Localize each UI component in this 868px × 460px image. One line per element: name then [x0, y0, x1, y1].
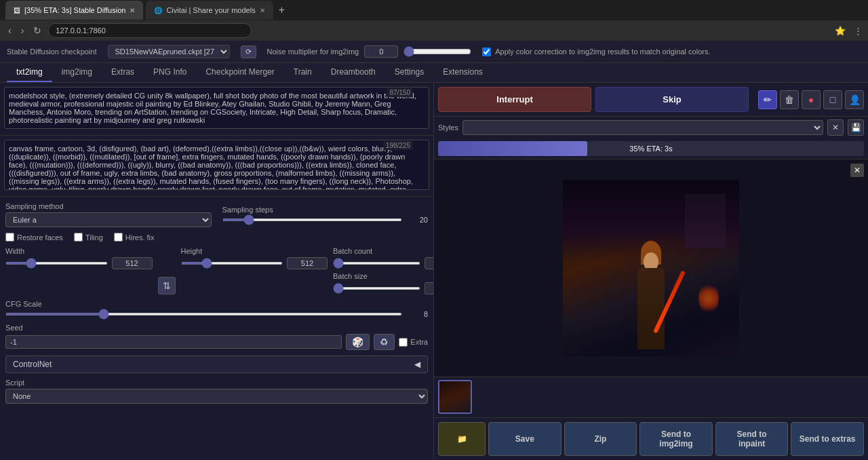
send-to-inpaint-btn[interactable]: Send toinpaint: [715, 422, 789, 456]
send-to-img2img-btn[interactable]: Send toimg2img: [639, 422, 713, 456]
sampling-method-section: Sampling method Euler a: [5, 202, 212, 227]
checkpoint-refresh-btn[interactable]: ⟳: [241, 45, 256, 58]
sampling-steps-slider[interactable]: [222, 218, 403, 221]
styles-add-btn[interactable]: ✕: [827, 119, 844, 136]
positive-prompt-count: 87/150: [387, 88, 413, 97]
red-circle-icon-btn[interactable]: ●: [802, 90, 821, 109]
sampling-method-select[interactable]: Euler a: [5, 212, 212, 227]
seed-input[interactable]: [5, 335, 342, 349]
progress-section: 35% ETA: 3s: [434, 138, 868, 159]
seed-reset-btn[interactable]: ♻: [374, 334, 395, 350]
tab-close-2[interactable]: ✕: [260, 7, 265, 14]
height-section: Height: [181, 247, 328, 269]
tiling-label[interactable]: Tiling: [74, 233, 103, 242]
hires-fix-checkbox[interactable]: [114, 233, 123, 242]
noise-input[interactable]: [364, 45, 398, 58]
batch-size-input[interactable]: [425, 282, 433, 294]
width-input-row: [5, 257, 153, 269]
tab-close-1[interactable]: ✕: [130, 7, 135, 14]
progress-bar: 35% ETA: 3s: [438, 141, 864, 156]
fire-glow: [698, 282, 719, 315]
batch-count-input[interactable]: [425, 257, 433, 269]
stable-diffusion-app: Stable Diffusion checkpoint SD15NewVAEpr…: [0, 41, 868, 460]
castle-silhouette: [685, 193, 726, 248]
color-correction-checkbox[interactable]: [482, 47, 491, 56]
height-input-row: [181, 257, 328, 269]
noise-slider[interactable]: [403, 46, 471, 57]
progress-bar-fill: [438, 141, 587, 156]
height-input[interactable]: [287, 257, 328, 269]
left-panel: modelshoot style, (extremely detailed CG…: [0, 83, 434, 460]
width-section: Width: [5, 247, 153, 269]
interrupt-button[interactable]: Interrupt: [438, 87, 591, 112]
progress-text: 35% ETA: 3s: [629, 145, 672, 153]
styles-select[interactable]: [462, 120, 823, 135]
tab-extras[interactable]: Extras: [102, 63, 144, 82]
back-btn[interactable]: ‹: [5, 24, 14, 37]
negative-prompt-section: canvas frame, cartoon, 3d, (disfigured),…: [0, 136, 433, 197]
tab-train[interactable]: Train: [284, 63, 321, 82]
positive-prompt-textarea[interactable]: modelshoot style, (extremely detailed CG…: [4, 87, 429, 129]
hires-fix-label[interactable]: Hires. fix: [114, 233, 155, 242]
tab-img2img[interactable]: img2img: [52, 63, 102, 82]
negative-prompt-textarea[interactable]: canvas frame, cartoon, 3d, (disfigured),…: [4, 140, 429, 190]
color-correction-label: Apply color correction to img2img result…: [495, 47, 710, 56]
sampling-method-label: Sampling method: [5, 202, 212, 210]
skip-button[interactable]: Skip: [595, 87, 749, 112]
controlnet-row[interactable]: ControlNet ◀: [5, 356, 428, 373]
batch-size-slider[interactable]: [333, 287, 420, 290]
restore-faces-checkbox[interactable]: [5, 233, 14, 242]
script-label: Script: [5, 379, 428, 387]
bottom-buttons: 📁 Save Zip Send toimg2img Send toinpaint…: [434, 417, 868, 460]
tab-extensions[interactable]: Extensions: [433, 63, 492, 82]
reload-btn[interactable]: ↻: [31, 24, 44, 37]
new-tab-btn[interactable]: +: [276, 4, 288, 16]
tab-civitai[interactable]: 🌐 Civitai | Share your models ✕: [146, 1, 273, 20]
sampling-steps-slider-row: 20: [222, 216, 429, 224]
cfg-value: 8: [408, 310, 428, 318]
noise-label: Noise multiplier for img2img: [267, 47, 359, 56]
width-input[interactable]: [112, 257, 153, 269]
tab-settings[interactable]: Settings: [385, 63, 433, 82]
checkpoint-select[interactable]: SD15NewVAEpruned.ckpt [27a4ac756c]: [108, 45, 230, 58]
save-btn[interactable]: Save: [488, 422, 561, 456]
seed-extra-checkbox[interactable]: [399, 338, 408, 347]
trash-icon-btn[interactable]: 🗑: [780, 90, 799, 109]
lock-aspect-ratio-btn[interactable]: ⇅: [158, 277, 176, 294]
tab-checkpoint-merger[interactable]: Checkpoint Merger: [196, 63, 283, 82]
script-select[interactable]: None: [5, 389, 428, 404]
styles-save-btn[interactable]: 💾: [848, 119, 864, 136]
checkpoint-label: Stable Diffusion checkpoint: [7, 47, 97, 56]
generated-image[interactable]: [563, 180, 739, 356]
close-image-btn[interactable]: ✕: [850, 164, 864, 177]
tiling-checkbox[interactable]: [74, 233, 83, 242]
tab-dreambooth[interactable]: Dreambooth: [321, 63, 385, 82]
seed-dice-btn[interactable]: 🎲: [346, 334, 370, 350]
tab-stable-diffusion[interactable]: 🖼 [35% ETA: 3s] Stable Diffusion ✕: [5, 1, 143, 20]
person-icon-btn[interactable]: 👤: [845, 90, 864, 109]
tab-png-info[interactable]: PNG Info: [144, 63, 196, 82]
main-tabs: txt2img img2img Extras PNG Info Checkpoi…: [0, 63, 868, 83]
width-slider[interactable]: [5, 262, 108, 265]
address-input[interactable]: [48, 23, 252, 38]
main-content: modelshoot style, (extremely detailed CG…: [0, 83, 868, 460]
sampling-row: Sampling method Euler a Sampling steps 2…: [5, 202, 428, 227]
positive-prompt-section: modelshoot style, (extremely detailed CG…: [0, 83, 433, 136]
batch-count-slider[interactable]: [333, 262, 420, 265]
forward-btn[interactable]: ›: [18, 24, 27, 37]
cfg-slider[interactable]: [5, 313, 402, 315]
zip-btn[interactable]: Zip: [564, 422, 637, 456]
square-icon-btn[interactable]: □: [823, 90, 842, 109]
pencil-icon-btn[interactable]: ✏: [758, 90, 777, 109]
seed-extra-label[interactable]: Extra: [399, 338, 428, 347]
thumbnail-1[interactable]: [438, 380, 472, 414]
height-slider[interactable]: [181, 262, 283, 265]
tab-label-2: Civitai | Share your models: [166, 6, 255, 14]
controls-section: Sampling method Euler a Sampling steps 2…: [0, 197, 433, 460]
restore-faces-label[interactable]: Restore faces: [5, 233, 63, 242]
tab-label: [35% ETA: 3s] Stable Diffusion: [24, 6, 125, 14]
send-to-extras-btn[interactable]: Send to extras: [791, 422, 864, 456]
tab-txt2img[interactable]: txt2img: [7, 63, 52, 82]
open-folder-btn[interactable]: 📁: [438, 422, 486, 456]
controlnet-toggle-icon: ◀: [414, 360, 420, 369]
